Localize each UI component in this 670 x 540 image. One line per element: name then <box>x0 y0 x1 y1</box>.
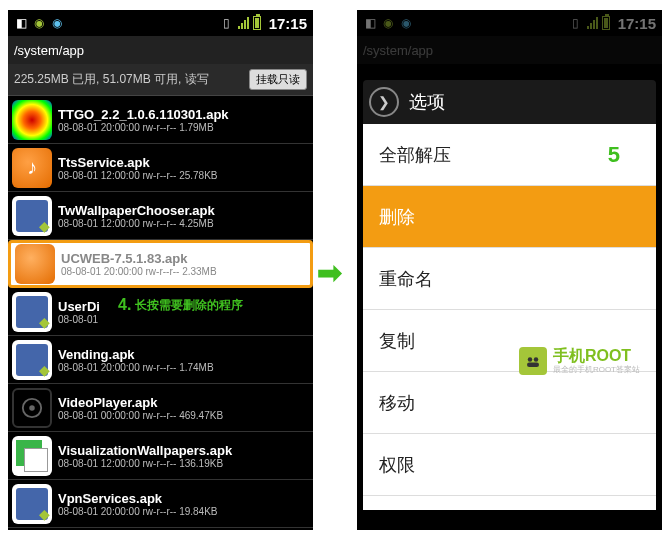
storage-text: 225.25MB 已用, 51.07MB 可用, 读写 <box>14 71 249 88</box>
file-row[interactable]: TTGO_2.2_1.0.6.110301.apk08-08-01 20:00:… <box>8 96 313 144</box>
arrow-icon: ➡ <box>317 255 342 290</box>
options-header: ❯ 选项 <box>363 80 656 124</box>
options-title: 选项 <box>409 90 445 114</box>
svg-point-3 <box>534 357 539 362</box>
file-row[interactable]: ◆TwWallpaperChooser.apk08-08-01 12:00:00… <box>8 192 313 240</box>
option-item[interactable]: 删除 <box>363 186 656 248</box>
video-icon <box>12 388 52 428</box>
apk-icon: ◆ <box>12 196 52 236</box>
option-item[interactable]: 权限 <box>363 434 656 496</box>
uc-icon <box>15 244 55 284</box>
file-row[interactable]: VideoPlayer.apk08-08-01 00:00:00 rw-r--r… <box>8 384 313 432</box>
notif-icon: ◧ <box>14 16 28 30</box>
phone-left: ◧ ◉ ◉ ▯ 17:15 /system/app 225.25MB 已用, 5… <box>8 10 313 530</box>
svg-rect-4 <box>527 363 539 368</box>
storage-row: 225.25MB 已用, 51.07MB 可用, 读写 挂载只读 <box>8 64 313 96</box>
file-meta: 08-08-01 20:00:00 rw-r--r-- 1.74MB <box>58 362 309 373</box>
option-label: 重命名 <box>379 267 433 291</box>
option-item[interactable]: 移动 <box>363 372 656 434</box>
option-label: 全部解压 <box>379 143 451 167</box>
option-label: 移动 <box>379 391 415 415</box>
battery-icon <box>253 16 261 30</box>
apk-icon: ◆ <box>12 292 52 332</box>
file-name: Vending.apk <box>58 347 309 362</box>
file-name: TtsService.apk <box>58 155 309 170</box>
file-meta: 08-08-01 <box>58 314 309 325</box>
file-meta: 08-08-01 12:00:00 rw-r--r-- 4.25MB <box>58 218 309 229</box>
title-bar: /system/app <box>8 36 313 64</box>
file-meta: 08-08-01 12:00:00 rw-r--r-- 136.19KB <box>58 458 309 469</box>
option-item[interactable]: 全部解压5 <box>363 124 656 186</box>
file-meta: 08-08-01 20:00:00 rw-r--r-- 1.79MB <box>58 122 309 133</box>
watermark-text: 手机ROOT <box>553 348 640 364</box>
annotation-4: 4.长按需要删除的程序 <box>118 296 243 314</box>
file-row[interactable]: ♪TtsService.apk08-08-01 12:00:00 rw-r--r… <box>8 144 313 192</box>
apk-icon: ◆ <box>12 340 52 380</box>
status-bar: ◧ ◉ ◉ ▯ 17:15 <box>8 10 313 36</box>
watermark-subtext: 最全的手机ROOT答案站 <box>553 366 640 374</box>
clock: 17:15 <box>269 15 307 32</box>
svg-point-2 <box>528 357 533 362</box>
file-name: UCWEB-7.5.1.83.apk <box>61 251 306 266</box>
file-row[interactable]: ◆UserDi08-08-014.长按需要删除的程序 <box>8 288 313 336</box>
file-row[interactable]: ◆VpnServices.apk08-08-01 20:00:00 rw-r--… <box>8 480 313 528</box>
signal-icon <box>238 17 249 29</box>
file-name: VideoPlayer.apk <box>58 395 309 410</box>
card-icon: ▯ <box>220 16 234 30</box>
watermark: 手机ROOT 最全的手机ROOT答案站 <box>519 347 640 375</box>
tts-icon: ♪ <box>12 148 52 188</box>
phone-right: ◧ ◉ ◉ ▯ 17:15 /system/app ❯ 选项 全部解压5删除重命… <box>357 10 662 530</box>
file-name: VisualizationWallpapers.apk <box>58 443 309 458</box>
mount-button[interactable]: 挂载只读 <box>249 69 307 90</box>
file-row[interactable]: ◆Vending.apk08-08-01 20:00:00 rw-r--r-- … <box>8 336 313 384</box>
android-icon: ◉ <box>32 16 46 30</box>
visual-icon <box>12 436 52 476</box>
option-label: 删除 <box>379 205 415 229</box>
option-label: 复制 <box>379 329 415 353</box>
file-meta: 08-08-01 20:00:00 rw-r--r-- 2.33MB <box>61 266 306 277</box>
file-meta: 08-08-01 12:00:00 rw-r--r-- 25.78KB <box>58 170 309 181</box>
back-icon[interactable]: ❯ <box>369 87 399 117</box>
file-row[interactable]: VisualizationWallpapers.apk08-08-01 12:0… <box>8 432 313 480</box>
options-list: 全部解压5删除重命名复制移动权限 <box>363 124 656 510</box>
globe-icon: ◉ <box>50 16 64 30</box>
apk-icon: ◆ <box>12 484 52 524</box>
path-text: /system/app <box>14 43 307 58</box>
file-row[interactable]: UCWEB-7.5.1.83.apk08-08-01 20:00:00 rw-r… <box>8 240 313 288</box>
file-name: TTGO_2.2_1.0.6.110301.apk <box>58 107 309 122</box>
option-label: 权限 <box>379 453 415 477</box>
annotation-5: 5 <box>608 142 620 168</box>
file-list[interactable]: TTGO_2.2_1.0.6.110301.apk08-08-01 20:00:… <box>8 96 313 530</box>
file-meta: 08-08-01 20:00:00 rw-r--r-- 19.84KB <box>58 506 309 517</box>
option-item[interactable]: 重命名 <box>363 248 656 310</box>
svg-point-1 <box>29 405 35 411</box>
file-name: VpnServices.apk <box>58 491 309 506</box>
watermark-logo <box>519 347 547 375</box>
file-meta: 08-08-01 00:00:00 rw-r--r-- 469.47KB <box>58 410 309 421</box>
file-name: TwWallpaperChooser.apk <box>58 203 309 218</box>
ttgo-icon <box>12 100 52 140</box>
